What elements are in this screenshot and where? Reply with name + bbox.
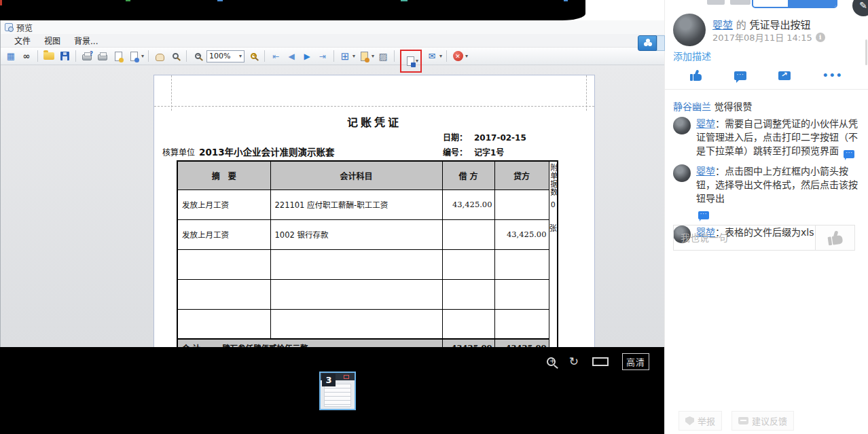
edit-button[interactable]: ✎ <box>852 0 868 16</box>
action-bar: ··· → ••• <box>665 65 868 86</box>
refresh-icon[interactable]: ↻ <box>569 356 579 367</box>
commenter-avatar[interactable] <box>673 164 691 182</box>
commenter-link[interactable]: 婴堃 <box>696 166 715 177</box>
cutoff-ui-fragment <box>707 0 725 5</box>
find-icon[interactable]: ∞ <box>20 50 33 63</box>
cell-debit <box>442 219 494 249</box>
zoom-combo[interactable]: 100%▾ <box>206 50 245 62</box>
table-row <box>177 309 558 339</box>
save-icon[interactable] <box>58 50 71 63</box>
zoom-tool-icon[interactable] <box>168 50 182 63</box>
first-page-icon[interactable]: ⇤ <box>269 50 283 63</box>
pencil-icon: ✎ <box>859 0 867 11</box>
menu-file[interactable]: 文件 <box>14 35 31 46</box>
comment-text: 婴堃：点击图中上方红框内小箭头按钮，选择导出文件格式，然后点击该按钮导出 ··· <box>696 164 863 219</box>
viewer-zoom-in-icon[interactable] <box>547 357 556 366</box>
zoom-in-icon[interactable]: + <box>247 50 260 63</box>
panel-footer: 举报 建议反馈 <box>679 411 794 431</box>
page-thumbnail[interactable]: 3 <box>319 372 356 410</box>
prev-page-icon[interactable]: ◀ <box>285 50 298 63</box>
scale-options-icon[interactable] <box>127 50 141 63</box>
quick-print-icon[interactable] <box>96 50 109 63</box>
share-overlay-button[interactable] <box>638 35 657 51</box>
toolbar-separator <box>264 50 265 62</box>
export-dropdown-caret[interactable]: ▾ <box>416 58 418 64</box>
reply-bubble-icon[interactable]: ··· <box>844 150 854 158</box>
comment-input[interactable] <box>674 225 815 250</box>
menu-view[interactable]: 视图 <box>44 35 60 46</box>
export-button[interactable] <box>403 54 417 68</box>
zoom-out-icon[interactable]: − <box>191 50 204 63</box>
magnifier-icon: − <box>195 53 201 59</box>
table-row: 发放上月工资 221101 应付职工薪酬-职工工资 43,425.00 <box>177 189 558 219</box>
more-button[interactable]: ••• <box>822 70 843 81</box>
feedback-button[interactable]: 建议反馈 <box>731 411 794 431</box>
voucher-unit: 核算单位2013年小企业会计准则演示账套 <box>162 145 335 158</box>
hd-button[interactable]: 高清 <box>622 353 649 370</box>
menu-background[interactable]: 背景... <box>74 35 98 46</box>
cell-credit <box>494 309 549 339</box>
list-item: 婴堃：需要自己调整凭证的小伙伴从凭证管理进入后，点击打印二字按钮（不是下拉菜单）… <box>673 117 865 158</box>
like-button[interactable] <box>690 70 702 81</box>
cell-account: 1002 银行存款 <box>270 219 442 249</box>
commenter-link[interactable]: 婴堃 <box>696 118 715 129</box>
dropdown-caret[interactable]: ▾ <box>141 53 144 59</box>
toolbar: ▦ ∞ ? ▾ − 100%▾ + ⇤ ◀ ▶ ⇥ ⊞ ▾ <box>1 48 664 65</box>
close-preview-button[interactable]: ✕ <box>451 50 465 63</box>
chevron-down-icon: ▾ <box>239 53 242 59</box>
last-page-icon[interactable]: ⇥ <box>316 50 329 63</box>
share-button[interactable]: → <box>778 71 791 80</box>
connector-text: 的 <box>733 19 750 31</box>
multipage-view-icon[interactable]: ⊞ <box>338 50 352 63</box>
commenter-avatar[interactable] <box>673 117 691 134</box>
share-arrow-icon: → <box>777 67 792 82</box>
watermark-icon[interactable]: ▨ <box>376 50 390 63</box>
col-header-credit: 贷方 <box>494 161 549 189</box>
print-dialog-icon[interactable]: ? <box>80 50 94 63</box>
top-edge-sliver <box>401 0 408 1</box>
attach-unit: 张 <box>549 224 557 233</box>
email-icon[interactable]: ✉ <box>425 50 439 63</box>
document-canvas[interactable]: 记账凭证 日期：2017-02-15 核算单位2013年小企业会计准则演示账套 … <box>1 65 665 347</box>
share-clover-icon <box>644 42 648 46</box>
report-button[interactable]: 举报 <box>679 411 722 431</box>
top-edge-sliver <box>217 0 223 1</box>
blue-button-fill <box>788 0 836 7</box>
reply-bubble-icon[interactable]: ··· <box>698 211 709 219</box>
add-description-link[interactable]: 添加描述 <box>673 49 711 62</box>
author-link[interactable]: 婴堃 <box>712 19 733 31</box>
share-overlay-secondary[interactable] <box>657 35 665 51</box>
feedback-label: 建议反馈 <box>752 414 787 427</box>
cutoff-blue-button[interactable] <box>752 0 837 8</box>
send-button[interactable] <box>815 225 854 250</box>
open-icon[interactable] <box>42 50 56 63</box>
comment-text: 婴堃：需要自己调整凭证的小伙伴从凭证管理进入后，点击打印二字按钮（不是下拉菜单）… <box>696 117 863 158</box>
toolbar-overflow-caret[interactable]: ▾ <box>465 53 468 59</box>
comment-body: ：需要自己调整凭证的小伙伴从凭证管理进入后，点击打印二字按钮（不是下拉菜单）跳转… <box>696 118 858 156</box>
toolbar-separator <box>148 50 149 62</box>
liker-link[interactable]: 静谷幽兰 <box>673 101 711 112</box>
cell-summary <box>177 309 270 339</box>
dropdown-caret[interactable]: ▾ <box>372 53 374 59</box>
comment-button[interactable]: ··· <box>734 71 746 80</box>
thumbnail-red-mark <box>344 375 349 379</box>
hand-tool-icon[interactable] <box>153 50 166 63</box>
shield-icon <box>685 416 694 425</box>
dropdown-caret[interactable]: ▾ <box>352 53 355 59</box>
dropdown-caret[interactable]: ▾ <box>439 53 442 59</box>
cell-debit: 43,425.00 <box>442 189 494 219</box>
next-page-icon[interactable]: ▶ <box>300 50 314 63</box>
send-hand-icon <box>827 230 844 246</box>
background-color-icon[interactable] <box>357 50 371 63</box>
fullscreen-icon[interactable] <box>592 357 609 366</box>
page-setup-icon[interactable] <box>111 50 125 63</box>
total-row: 合 计 肆万叁仟肆佰贰拾伍元整 43425.00 43425.00 <box>177 339 558 347</box>
info-icon[interactable]: i <box>816 33 825 42</box>
author-avatar[interactable] <box>673 14 706 46</box>
like-summary: 静谷幽兰 觉得很赞 <box>673 99 752 113</box>
panel-scrollbar[interactable] <box>865 39 867 65</box>
timestamp: 2017年08月11日 14:15 <box>712 31 812 43</box>
cell-credit: 43,425.00 <box>494 219 549 249</box>
voucher-page: 记账凭证 日期：2017-02-15 核算单位2013年小企业会计准则演示账套 … <box>153 75 595 347</box>
thumbnails-icon[interactable]: ▦ <box>4 50 18 63</box>
